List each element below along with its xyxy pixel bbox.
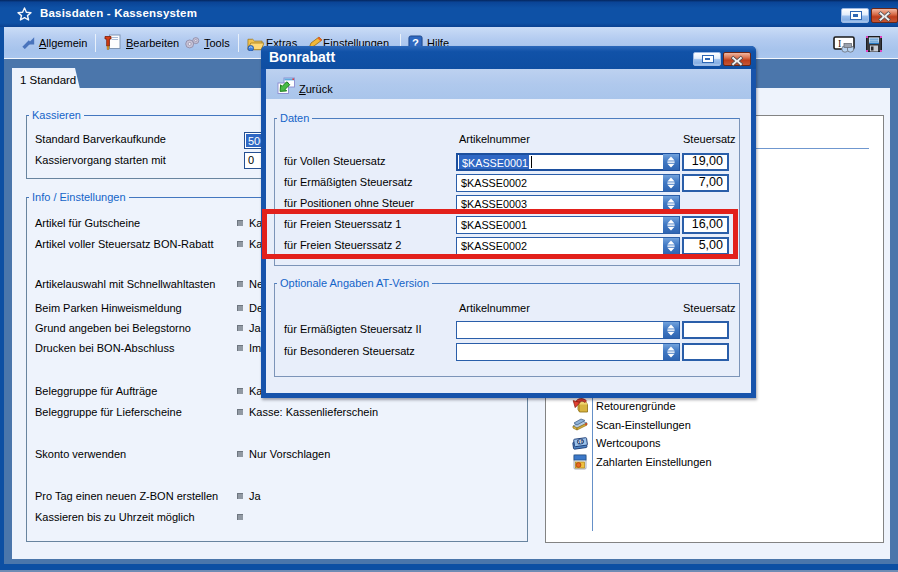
svg-text:I: I (838, 38, 841, 49)
svg-text:10: 10 (577, 438, 584, 445)
